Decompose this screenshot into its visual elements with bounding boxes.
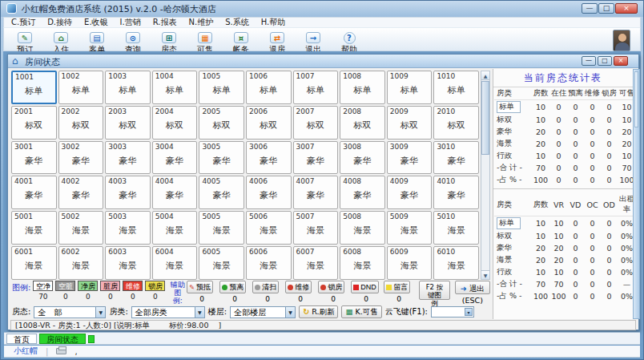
room-cell[interactable]: 4009豪华 bbox=[387, 176, 433, 209]
room-cell[interactable]: 6001海景 bbox=[11, 246, 57, 280]
room-cell[interactable]: 2007标双 bbox=[293, 106, 339, 140]
aux-button-维修[interactable]: 维修 bbox=[285, 281, 312, 293]
room-cell[interactable]: 6006海景 bbox=[246, 246, 292, 280]
room-cell[interactable]: 4010豪华 bbox=[433, 176, 479, 209]
room-cell[interactable]: 3003豪华 bbox=[105, 141, 151, 175]
room-number: 6008 bbox=[343, 248, 361, 256]
room-cell[interactable]: 5002海景 bbox=[58, 211, 104, 245]
room-cell[interactable]: 2003标双 bbox=[105, 106, 151, 140]
room-cell[interactable]: 1008标单 bbox=[340, 71, 385, 104]
aux-button-锁房[interactable]: 锁房 bbox=[318, 281, 344, 293]
aux-button-留言[interactable]: 留言 bbox=[384, 281, 410, 293]
room-cell[interactable]: 3008豪华 bbox=[340, 141, 385, 175]
aux-button-清扫[interactable]: 清扫 bbox=[252, 281, 279, 293]
stats-scrollbar-thumb[interactable] bbox=[634, 71, 638, 127]
room-cell[interactable]: 1003标单 bbox=[105, 71, 151, 104]
room-cell[interactable]: 4005豪华 bbox=[199, 176, 244, 209]
room-type-dropdown[interactable]: 全部房类▼ bbox=[131, 306, 205, 318]
room-cell[interactable]: 6008海景 bbox=[340, 246, 385, 280]
stats-panel-scrollbar[interactable] bbox=[633, 69, 640, 319]
menu-item[interactable]: N.维护 bbox=[188, 18, 213, 27]
room-cell[interactable]: 3010豪华 bbox=[433, 141, 479, 175]
room-state-dropdown[interactable]: 全 部▼ bbox=[34, 306, 106, 318]
refresh-button[interactable]: ↻ R.刷新 bbox=[299, 305, 338, 318]
room-cell[interactable]: 5006海景 bbox=[246, 211, 292, 245]
aux-button-预抵[interactable]: ✎预抵 bbox=[187, 281, 213, 293]
room-cell[interactable]: 2002标双 bbox=[58, 106, 104, 140]
room-cell[interactable]: 2009标双 bbox=[387, 106, 433, 140]
hotkey-input[interactable]: ▾ bbox=[431, 306, 474, 318]
room-cell[interactable]: 5010海景 bbox=[433, 211, 479, 245]
room-cell[interactable]: 5003海景 bbox=[105, 211, 151, 245]
menu-item[interactable]: E.收银 bbox=[84, 18, 108, 27]
room-cell[interactable]: 6002海景 bbox=[58, 246, 104, 280]
room-cell[interactable]: 1004标单 bbox=[152, 71, 198, 104]
scroll-down-arrow-icon[interactable]: ▼ bbox=[481, 270, 489, 279]
room-cell[interactable]: 2001标双 bbox=[11, 106, 57, 140]
f2-legend-button[interactable]: F2 按键图例 bbox=[419, 281, 450, 300]
room-cell[interactable]: 5001海景 bbox=[11, 211, 57, 245]
room-cell[interactable]: 2010标双 bbox=[433, 106, 479, 140]
child-close-button[interactable]: × bbox=[614, 56, 628, 66]
room-cell[interactable]: 3005豪华 bbox=[199, 141, 244, 175]
room-cell[interactable]: 3002豪华 bbox=[58, 141, 104, 175]
room-cell[interactable]: 6003海景 bbox=[105, 246, 151, 280]
room-cell[interactable]: 5007海景 bbox=[293, 211, 339, 245]
room-cell[interactable]: 6009海景 bbox=[387, 246, 433, 280]
sellable-button[interactable]: ▦ K.可售 bbox=[341, 305, 381, 318]
aux-button-预离[interactable]: 预离 bbox=[219, 281, 246, 293]
room-grid-scrollbar[interactable]: ▲ ▼ bbox=[481, 71, 490, 280]
room-cell[interactable]: 1007标单 bbox=[293, 71, 339, 104]
room-cell[interactable]: 4001豪华 bbox=[11, 176, 57, 209]
room-cell[interactable]: 4002豪华 bbox=[58, 176, 104, 209]
room-cell[interactable]: 4007豪华 bbox=[293, 176, 339, 209]
room-cell[interactable]: 4004豪华 bbox=[152, 176, 198, 209]
tab-首页[interactable]: 首页 bbox=[6, 334, 37, 344]
room-cell[interactable]: 3006豪华 bbox=[246, 141, 292, 175]
room-cell[interactable]: 5004海景 bbox=[152, 211, 198, 245]
close-button[interactable]: × bbox=[615, 3, 638, 14]
menu-item[interactable]: C.预订 bbox=[11, 18, 35, 27]
room-cell[interactable]: 1001标单 bbox=[11, 71, 57, 104]
room-cell[interactable]: 1010标单 bbox=[433, 71, 479, 104]
menu-item[interactable]: D.接待 bbox=[47, 18, 72, 27]
room-cell[interactable]: 2005标双 bbox=[199, 106, 244, 140]
room-cell[interactable]: 5005海景 bbox=[199, 211, 244, 245]
menu-item[interactable]: I.营销 bbox=[120, 18, 141, 27]
room-cell[interactable]: 3007豪华 bbox=[293, 141, 339, 175]
room-cell[interactable]: 6010海景 bbox=[433, 246, 479, 280]
menu-item[interactable]: H.帮助 bbox=[261, 18, 286, 27]
printer-icon[interactable] bbox=[56, 348, 66, 354]
room-cell[interactable]: 1005标单 bbox=[199, 71, 244, 104]
room-cell[interactable]: 6005海景 bbox=[199, 246, 244, 280]
exit-esc-button[interactable]: ➜ 退出(ESC) bbox=[455, 281, 490, 294]
room-cell[interactable]: 4003豪华 bbox=[105, 176, 151, 209]
room-cell[interactable]: 2008标双 bbox=[340, 106, 385, 140]
aux-button-DND[interactable]: DND bbox=[351, 281, 379, 293]
menu-item[interactable]: R.报表 bbox=[153, 18, 177, 27]
scroll-up-arrow-icon[interactable]: ▲ bbox=[481, 71, 489, 80]
room-cell[interactable]: 6004海景 bbox=[152, 246, 198, 280]
room-cell[interactable]: 5008海景 bbox=[340, 211, 385, 245]
floor-dropdown[interactable]: 全部楼层▼ bbox=[230, 306, 296, 318]
room-cell[interactable]: 2004标双 bbox=[152, 106, 198, 140]
child-minimize-button[interactable]: — bbox=[582, 56, 596, 66]
room-cell[interactable]: 4008豪华 bbox=[340, 176, 385, 209]
hotkey-dropdown-icon[interactable]: ▾ bbox=[465, 308, 473, 316]
room-cell[interactable]: 5009海景 bbox=[387, 211, 433, 245]
room-cell[interactable]: 3004豪华 bbox=[152, 141, 198, 175]
room-cell[interactable]: 6007海景 bbox=[293, 246, 339, 280]
room-cell[interactable]: 4006豪华 bbox=[246, 176, 292, 209]
menu-item[interactable]: S.系统 bbox=[225, 18, 249, 27]
scrollbar-thumb[interactable] bbox=[481, 81, 489, 155]
maximize-button[interactable]: □ bbox=[598, 3, 614, 14]
room-cell[interactable]: 2006标双 bbox=[246, 106, 292, 140]
room-cell[interactable]: 1006标单 bbox=[246, 71, 292, 104]
room-cell[interactable]: 1002标单 bbox=[58, 71, 104, 104]
room-cell[interactable]: 3009豪华 bbox=[387, 141, 433, 175]
tab-房间状态[interactable]: 房间状态 bbox=[39, 334, 86, 344]
minimize-button[interactable]: — bbox=[582, 3, 598, 14]
child-restore-button[interactable]: □ bbox=[598, 56, 612, 66]
room-cell[interactable]: 1009标单 bbox=[387, 71, 433, 104]
room-cell[interactable]: 3001豪华 bbox=[11, 141, 57, 175]
